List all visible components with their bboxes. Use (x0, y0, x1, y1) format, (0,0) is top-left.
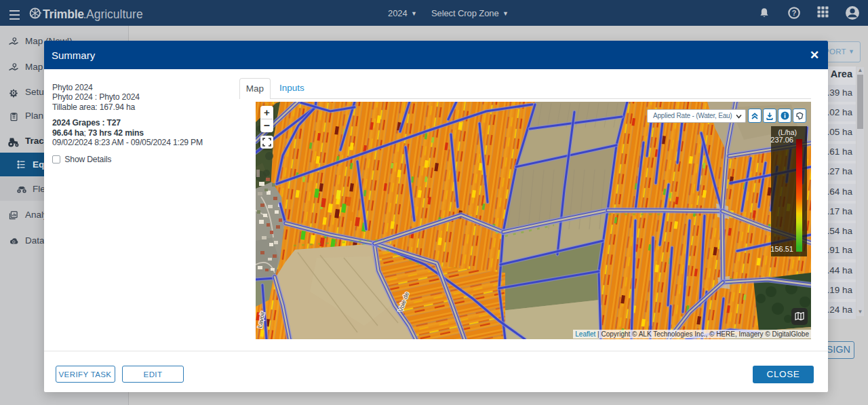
svg-text:?: ? (792, 9, 797, 17)
